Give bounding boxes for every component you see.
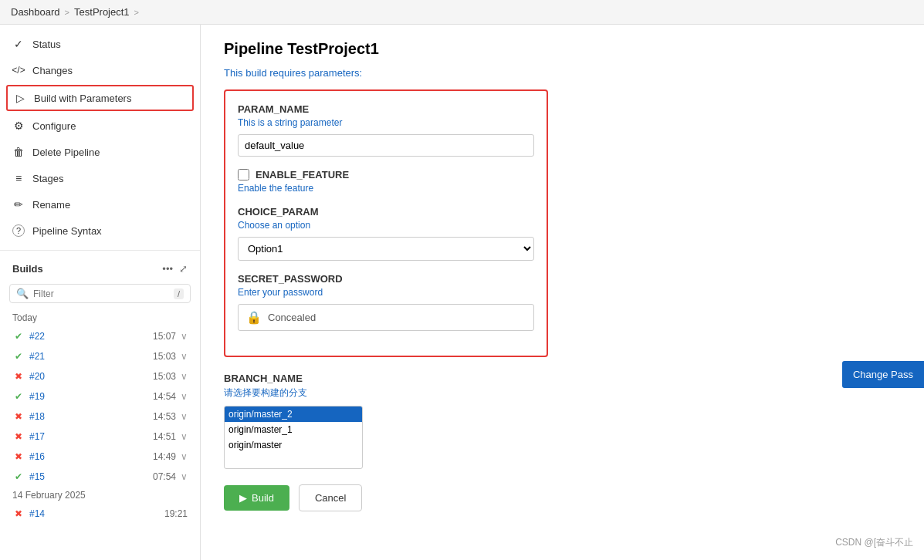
build-status-18: ✖ (12, 410, 25, 423)
status-icon: ✓ (12, 38, 25, 50)
cancel-button[interactable]: Cancel (299, 484, 362, 511)
breadcrumb-sep2: > (134, 8, 139, 17)
build-chevron-22[interactable]: ∨ (181, 331, 188, 342)
choice-param-desc: Choose an option (238, 220, 534, 231)
builds-section-header: Builds ••• ⤢ (0, 257, 200, 281)
sidebar-label-delete: Delete Pipeline (32, 147, 100, 158)
branch-option-master2: origin/master_2 (225, 407, 362, 422)
breadcrumb-project[interactable]: TestProject1 (74, 6, 130, 18)
sidebar-label-rename: Rename (32, 199, 70, 211)
sidebar-item-pipeline-syntax[interactable]: ? Pipeline Syntax (0, 218, 200, 244)
build-status-22: ✔ (12, 330, 25, 342)
breadcrumb-dashboard[interactable]: Dashboard (11, 6, 60, 18)
branch-name-label: BRANCH_NAME (224, 373, 901, 384)
enable-feature-desc: Enable the feature (238, 183, 534, 194)
build-num-18: #18 (29, 411, 148, 422)
param-name-input[interactable] (238, 134, 534, 157)
param-section-name: PARAM_NAME This is a string parameter (238, 103, 534, 157)
builds-expand-icon[interactable]: ⤢ (179, 263, 188, 275)
stages-icon: ≡ (12, 172, 25, 184)
build-status-16: ✖ (12, 450, 25, 463)
enable-feature-checkbox[interactable] (238, 169, 249, 180)
sidebar: ✓ Status </> Changes ▷ Build with Parame… (0, 25, 201, 560)
build-row-16[interactable]: ✖ #16 14:49 ∨ (0, 447, 200, 467)
password-row: 🔒 Concealed (238, 304, 534, 331)
params-box: PARAM_NAME This is a string parameter EN… (224, 89, 548, 357)
build-params-icon: ▷ (14, 92, 26, 104)
build-row-19[interactable]: ✔ #19 14:54 ∨ (0, 386, 200, 407)
param-section-password: SECRET_PASSWORD Enter your password 🔒 Co… (238, 273, 534, 331)
build-time-17: 14:51 (153, 431, 176, 442)
builds-more-icon[interactable]: ••• (162, 263, 173, 275)
breadcrumb: Dashboard > TestProject1 > (0, 0, 924, 25)
concealed-text: Concealed (268, 312, 316, 323)
build-num-21: #21 (29, 351, 148, 362)
build-row-15[interactable]: ✔ #15 07:54 ∨ (0, 467, 200, 487)
changes-icon: </> (12, 64, 25, 76)
build-num-14: #14 (29, 508, 160, 519)
build-chevron-20[interactable]: ∨ (181, 371, 188, 382)
sidebar-label-build-params: Build with Parameters (34, 93, 131, 104)
build-chevron-15[interactable]: ∨ (181, 471, 188, 482)
build-num-20: #20 (29, 371, 148, 382)
sidebar-label-pipeline-syntax: Pipeline Syntax (32, 225, 102, 237)
build-num-19: #19 (29, 391, 148, 402)
build-status-17: ✖ (12, 430, 25, 443)
build-time-22: 15:07 (153, 331, 176, 342)
sidebar-item-stages[interactable]: ≡ Stages (0, 165, 200, 191)
build-chevron-16[interactable]: ∨ (181, 451, 188, 462)
build-chevron-17[interactable]: ∨ (181, 431, 188, 442)
build-num-17: #17 (29, 431, 148, 442)
filter-input[interactable] (33, 288, 169, 299)
builds-today-label: Today (0, 309, 200, 326)
enable-feature-row: ENABLE_FEATURE (238, 169, 534, 180)
enable-feature-label: ENABLE_FEATURE (256, 169, 349, 180)
branch-select[interactable]: origin/master_2 origin/master_1 origin/m… (224, 406, 363, 469)
filter-bar[interactable]: 🔍 / (9, 284, 191, 303)
build-time-21: 15:03 (153, 351, 176, 362)
build-row-17[interactable]: ✖ #17 14:51 ∨ (0, 427, 200, 447)
build-chevron-19[interactable]: ∨ (181, 391, 188, 402)
sidebar-item-status[interactable]: ✓ Status (0, 31, 200, 57)
param-section-choice: CHOICE_PARAM Choose an option Option1 Op… (238, 206, 534, 261)
build-time-20: 15:03 (153, 371, 176, 382)
build-row-18[interactable]: ✖ #18 14:53 ∨ (0, 407, 200, 427)
build-time-18: 14:53 (153, 411, 176, 422)
sidebar-item-build-with-parameters[interactable]: ▷ Build with Parameters (6, 85, 194, 111)
secret-password-desc: Enter your password (238, 287, 534, 298)
build-row-22[interactable]: ✔ #22 15:07 ∨ (0, 326, 200, 346)
build-chevron-18[interactable]: ∨ (181, 411, 188, 422)
csdn-watermark: CSDN @[奋斗不止 (835, 536, 913, 549)
sidebar-item-configure[interactable]: ⚙ Configure (0, 113, 200, 139)
param-section-feature: ENABLE_FEATURE Enable the feature (238, 169, 534, 194)
param-name-desc: This is a string parameter (238, 117, 534, 128)
secret-password-label: SECRET_PASSWORD (238, 273, 534, 285)
filter-slash-icon: / (174, 288, 184, 299)
build-time-19: 14:54 (153, 391, 176, 402)
build-status-14: ✖ (12, 508, 25, 520)
build-num-22: #22 (29, 331, 148, 342)
build-button[interactable]: ▶ Build (224, 485, 289, 511)
builds-header-actions[interactable]: ••• ⤢ (162, 263, 188, 275)
filter-search-icon: 🔍 (16, 288, 29, 299)
build-status-21: ✔ (12, 350, 25, 363)
sidebar-item-changes[interactable]: </> Changes (0, 57, 200, 83)
sidebar-item-delete-pipeline[interactable]: 🗑 Delete Pipeline (0, 139, 200, 165)
build-num-15: #15 (29, 471, 148, 482)
main-content: Pipeline TestProject1 This build require… (201, 25, 924, 560)
param-name-label: PARAM_NAME (238, 103, 534, 115)
build-row-14[interactable]: ✖ #14 19:21 (0, 504, 200, 524)
delete-icon: 🗑 (12, 146, 25, 158)
sidebar-label-status: Status (32, 39, 61, 50)
configure-icon: ⚙ (12, 120, 25, 132)
branch-option-master: origin/master (225, 437, 362, 453)
page-title: Pipeline TestProject1 (224, 40, 901, 58)
build-row-21[interactable]: ✔ #21 15:03 ∨ (0, 346, 200, 366)
build-time-14: 19:21 (164, 508, 188, 519)
build-chevron-21[interactable]: ∨ (181, 351, 188, 362)
sidebar-item-rename[interactable]: ✏ Rename (0, 191, 200, 218)
change-pass-button[interactable]: Change Pass (842, 361, 924, 388)
build-row-20[interactable]: ✖ #20 15:03 ∨ (0, 366, 200, 386)
branch-section: BRANCH_NAME 请选择要构建的分支 origin/master_2 or… (224, 373, 901, 469)
choice-param-select[interactable]: Option1 Option2 Option3 (238, 237, 534, 261)
